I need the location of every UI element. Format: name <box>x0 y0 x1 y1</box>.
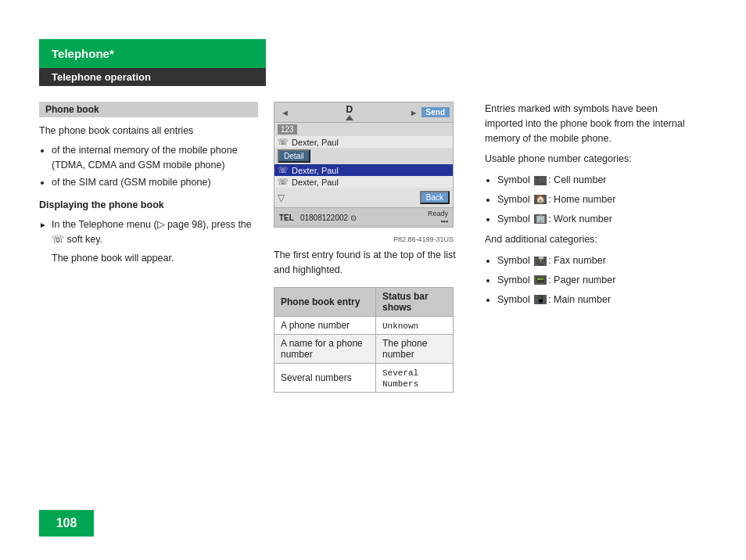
phone-bottom-bar: TEL 01808122002 ⊙ Ready ▪▪▪ <box>274 207 453 227</box>
phone-ref: P82.86-4199-31US <box>274 235 454 243</box>
displaying-title: Displaying the phone book <box>39 198 258 213</box>
phone-entry-2: ☏ Dexter, Paul <box>274 164 453 176</box>
table-row: Several numbers Several Numbers <box>274 363 454 392</box>
phone-icon-3: ☏ <box>278 177 289 187</box>
right-arrow-icon: ► <box>410 108 418 117</box>
header-title-box: Telephone* <box>39 39 266 68</box>
page-subtitle: Telephone operation <box>52 71 151 83</box>
list-item: Symbol 📞: Cell number <box>497 173 696 188</box>
table-col1-header: Phone book entry <box>274 287 376 316</box>
entry-name-2: Dexter, Paul <box>292 166 339 175</box>
list-item: Symbol 📟: Pager number <box>497 273 696 288</box>
phone-entry-1: ☏ Dexter, Paul <box>274 136 453 148</box>
ready-text: Ready ▪▪▪ <box>428 210 448 225</box>
entry-name-3: Dexter, Paul <box>292 178 339 187</box>
num-label: 123 <box>278 124 297 135</box>
table-col2-header: Status bar shows <box>375 287 453 316</box>
phone-top-bar: ◄ D ► Send <box>274 102 453 123</box>
phone-book-section-label: Phone book <box>39 102 258 117</box>
additional-list: Symbol 📠: Fax number Symbol 📟: Pager num… <box>497 253 696 307</box>
phone-down-area: ▽ Back <box>274 188 453 207</box>
home-icon: 🏠 <box>534 195 547 204</box>
triangle-up-icon <box>346 115 353 120</box>
table-cell-entry-3: Several numbers <box>274 363 376 392</box>
left-column: Phone book The phone book contains all e… <box>39 102 274 393</box>
middle-column: ◄ D ► Send 123 ☏ Dexter, Paul Detail <box>274 102 477 393</box>
down-arrow-icon: ▽ <box>278 192 285 203</box>
list-item: Symbol 📠: Fax number <box>497 253 696 268</box>
phone-icon-2: ☏ <box>278 165 289 175</box>
page-number: 108 <box>56 516 77 529</box>
detail-button[interactable]: Detail <box>278 149 310 163</box>
fax-icon: 📠 <box>534 257 547 266</box>
instruction-text: In the Telephone menu (▷ page 98), press… <box>39 217 258 247</box>
phone-num-row: 123 <box>274 123 453 136</box>
d-label: D <box>346 104 353 115</box>
bullets-list: of the internal memory of the mobile pho… <box>52 143 258 190</box>
back-button[interactable]: Back <box>420 191 450 204</box>
right-column: Entries marked with symbols have been im… <box>477 102 696 393</box>
additional-label: And additional categories: <box>485 232 696 247</box>
page-number-box: 108 <box>39 510 94 537</box>
send-button[interactable]: Send <box>421 107 450 117</box>
detail-row: Detail <box>274 148 453 164</box>
tel-label: TEL <box>279 214 294 222</box>
phone-book-table: Phone book entry Status bar shows A phon… <box>274 287 454 393</box>
table-cell-status-1: Unknown <box>375 316 453 334</box>
list-item: Symbol 🏠: Home number <box>497 192 696 207</box>
table-cell-entry-1: A phone number <box>274 316 376 334</box>
list-item: Symbol 🏢: Work number <box>497 212 696 227</box>
table-row: A name for a phone number The phone numb… <box>274 334 454 363</box>
intro-text: The phone book contains all entries <box>39 124 258 138</box>
first-entry-text: The first entry found is at the top of t… <box>274 248 461 278</box>
table-cell-status-3: Several Numbers <box>375 363 453 392</box>
usable-label: Usable phone number categories: <box>485 152 696 167</box>
page-title: Telephone* <box>52 47 114 60</box>
phone-entry-3: ☏ Dexter, Paul <box>274 176 453 188</box>
main-icon: 📱 <box>534 295 547 304</box>
table-row: A phone number Unknown <box>274 316 454 334</box>
entry-name-1: Dexter, Paul <box>292 138 339 147</box>
d-label-area: D <box>292 104 407 120</box>
usable-list: Symbol 📞: Cell number Symbol 🏠: Home num… <box>497 173 696 226</box>
list-item: of the internal memory of the mobile pho… <box>52 143 258 173</box>
signal-icon: ▪▪▪ <box>440 217 448 225</box>
table-cell-entry-2: A name for a phone number <box>274 334 376 363</box>
work-icon: 🏢 <box>534 214 547 224</box>
table-cell-status-2: The phone number <box>375 334 453 363</box>
cell-icon: 📞 <box>534 176 547 185</box>
pager-icon: 📟 <box>534 275 547 285</box>
left-arrow-icon: ◄ <box>281 108 289 117</box>
phone-screen: ◄ D ► Send 123 ☏ Dexter, Paul Detail <box>274 102 454 228</box>
instruction-sub-text: The phone book will appear. <box>39 251 258 266</box>
list-item: of the SIM card (GSM mobile phone) <box>52 175 258 190</box>
phone-icon-1: ☏ <box>278 137 289 147</box>
phone-number: 01808122002 ⊙ <box>300 214 428 222</box>
header-subtitle-box: Telephone operation <box>39 68 266 86</box>
right-intro: Entries marked with symbols have been im… <box>485 102 696 145</box>
list-item: Symbol 📱: Main number <box>497 293 696 307</box>
